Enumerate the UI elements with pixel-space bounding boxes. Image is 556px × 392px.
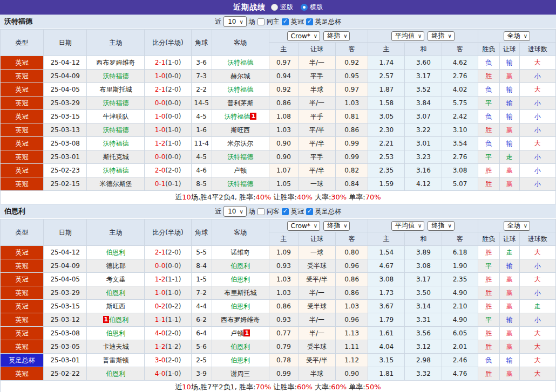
avg-away-cell: 2.01 <box>442 340 478 354</box>
subcol-header-2: 客 <box>336 232 368 246</box>
handicap-result-cell: 赢 <box>499 273 519 286</box>
chevron-down-icon: ∨ <box>447 33 451 39</box>
average-select[interactable]: 平均值∨ <box>391 31 424 41</box>
home-team-cell: 考文垂 <box>87 273 145 286</box>
date-cell: 25-03-29 <box>44 97 87 110</box>
avg-draw-cell: 3.31 <box>405 313 442 327</box>
handicap-result-cell: 输 <box>499 83 519 97</box>
avg-away-cell: 2.46 <box>442 354 478 367</box>
odds-home-cell: 0.93 <box>269 313 298 327</box>
red-card-badge: 1 <box>243 329 250 336</box>
league-filter-checkbox[interactable] <box>306 208 313 215</box>
date-cell: 25-02-22 <box>44 367 87 381</box>
summary-text-part: 近 <box>175 193 182 201</box>
subcol-header-4: 和 <box>405 43 442 56</box>
average-select[interactable]: 平均值∨ <box>391 221 424 231</box>
table-row: 英足总杯25-03-01普雷斯顿3-0(2-0)2-5伯恩利0.78受平/半1.… <box>1 354 556 367</box>
away-team-cell: 赫尔城 <box>212 70 269 83</box>
score-cell: 1-0(0-0) <box>145 110 191 123</box>
avg-draw-cell: 3.12 <box>405 340 442 354</box>
corners-cell: 11-4 <box>191 137 212 150</box>
odds-stage-select[interactable]: 终指∨ <box>323 221 350 231</box>
goals-result-cell: 大 <box>519 340 555 354</box>
chevron-down-icon: ∨ <box>418 33 422 39</box>
handicap-cell: 受平/半 <box>298 273 335 286</box>
bookmaker-select[interactable]: Crow*∨ <box>287 31 321 41</box>
avg-stage-select[interactable]: 终指∨ <box>428 221 454 231</box>
subcol-header-1: 让球 <box>298 232 335 246</box>
summary-text-part: 40% <box>297 193 313 201</box>
table-row: 英冠25-04-09沃特福德1-0(0-0)7-3赫尔城0.94平手0.952.… <box>1 70 556 83</box>
team-name-text: 普利茅斯 <box>227 99 253 107</box>
table-row: 英冠25-03-01斯托克城0-0(0-0)4-5沃特福德0.90平手0.992… <box>1 150 556 164</box>
odds-away-cell: 0.84 <box>336 177 368 191</box>
horizontal-layout-option[interactable]: 横版 <box>301 3 323 12</box>
score-cell: 2-1(2-0) <box>145 83 191 97</box>
goals-result-cell: 走 <box>519 300 555 313</box>
fulltime-score: 0-1 <box>155 180 166 188</box>
select-value: 平均值 <box>395 221 415 230</box>
corners-cell: 3-9 <box>191 367 212 381</box>
score-cell: 1-2(1-2) <box>145 340 191 354</box>
away-team-cell: 米尔沃尔 <box>212 137 269 150</box>
result-cell: 负 <box>478 110 499 123</box>
radio-checked-icon[interactable] <box>301 4 308 11</box>
halftime-score: (1-0) <box>165 289 181 297</box>
odds-away-cell: 0.95 <box>336 70 368 83</box>
bookmaker-select[interactable]: Crow*∨ <box>287 221 321 231</box>
home-team-cell: 西布罗姆维奇 <box>87 56 145 70</box>
avg-away-cell: 4.90 <box>442 313 478 327</box>
fulltime-score: 1-0 <box>155 126 166 134</box>
same-venue-checkbox[interactable] <box>257 18 265 25</box>
home-team-cell: 伯恩利 <box>87 246 145 259</box>
result-cell: 胜 <box>478 340 499 354</box>
corners-cell: 1-6 <box>191 123 212 137</box>
away-team-cell: 沃特福德 <box>212 56 269 70</box>
team-name-text: 米德尔斯堡 <box>99 180 132 188</box>
period-select[interactable]: 全场∨ <box>504 221 530 231</box>
match-count-select[interactable]: 10∨ <box>223 16 247 27</box>
same-venue-checkbox[interactable] <box>257 208 265 215</box>
chevron-down-icon: ∨ <box>239 19 243 25</box>
match-count-select[interactable]: 10∨ <box>223 206 247 217</box>
page-title: 近期战绩 <box>233 3 266 12</box>
league-filter-checkbox[interactable] <box>306 18 313 25</box>
team-name-text: 斯旺西 <box>106 302 125 310</box>
radio-icon[interactable] <box>271 4 278 11</box>
corners-cell: 5-6 <box>191 340 212 354</box>
period-select[interactable]: 全场∨ <box>504 31 530 41</box>
odds-stage-select[interactable]: 终指∨ <box>323 31 350 41</box>
subcol-header-8: 进球数 <box>519 43 555 56</box>
table-row: 英冠25-04-12西布罗姆维奇2-1(1-0)3-6沃特福德0.97半/一0.… <box>1 56 556 70</box>
avg-stage-select[interactable]: 终指∨ <box>428 31 454 41</box>
league-type-cell: 英冠 <box>1 164 44 177</box>
team-sections: 沃特福德近10∨场 同主 英冠英足总杯类型日期主场比分(半场)角球客场Crow*… <box>0 15 556 392</box>
team-name-text: 卡迪夫城 <box>103 343 128 350</box>
chevron-down-icon: ∨ <box>418 223 422 229</box>
halftime-score: (1-0) <box>165 140 181 147</box>
date-cell: 25-03-08 <box>44 137 87 150</box>
team-name-text: 沃特福德 <box>224 113 250 120</box>
date-cell: 25-04-05 <box>44 83 87 97</box>
team-name-text: 考文垂 <box>106 276 125 283</box>
league-filter-checkbox[interactable] <box>282 208 289 215</box>
matches-label: 场 <box>249 17 255 26</box>
odds-away-cell: 1.03 <box>336 300 368 313</box>
halftime-score: (1-0) <box>165 370 181 377</box>
summary-text-part: 30% <box>331 193 347 201</box>
handicap-result-cell: 输 <box>499 137 519 150</box>
vertical-layout-option[interactable]: 竖版 <box>271 3 293 12</box>
avg-draw-cell: 3.32 <box>405 367 442 381</box>
away-team-cell: 沃特福德1 <box>212 110 269 123</box>
red-card-badge: 1 <box>103 316 110 323</box>
league-filter-checkbox[interactable] <box>282 18 289 25</box>
halftime-score: (1-0) <box>165 126 181 134</box>
league-type-cell: 英冠 <box>1 273 44 286</box>
league-type-cell: 英冠 <box>1 246 44 259</box>
score-cell: 1-2(1-0) <box>145 137 191 150</box>
subcol-header-8: 进球数 <box>519 232 555 246</box>
odds-away-cell: 0.86 <box>336 286 368 300</box>
avg-home-cell: 2.35 <box>368 164 405 177</box>
corners-cell: 4-5 <box>191 110 212 123</box>
goals-result-cell: 大 <box>519 327 555 340</box>
